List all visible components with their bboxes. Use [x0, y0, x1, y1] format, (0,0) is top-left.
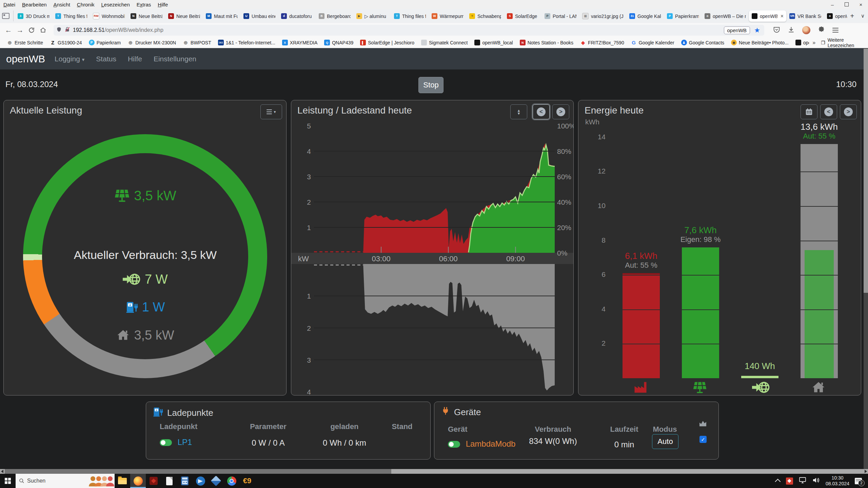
taskbar-app-virtualbox[interactable]	[208, 474, 224, 488]
bookmark-google-kalender[interactable]: GGoogle Kalender	[628, 40, 678, 45]
pocket-icon[interactable]	[773, 26, 780, 35]
openwb-brand[interactable]: openWB	[6, 53, 45, 65]
modus-auto-button[interactable]: Auto	[652, 434, 678, 449]
account-avatar[interactable]	[802, 26, 810, 34]
menu-extras[interactable]: Extras	[133, 2, 155, 7]
nav-logging[interactable]: Logging▾	[55, 55, 84, 63]
scroll-right-arrow[interactable]	[865, 470, 867, 473]
device-chart-checkbox[interactable]: ✓	[699, 436, 707, 443]
network-icon[interactable]	[798, 477, 807, 485]
nav-status[interactable]: Status	[96, 55, 116, 63]
maximize-button[interactable]	[840, 0, 854, 9]
forward-icon[interactable]: →	[14, 26, 26, 34]
tab-thing-files-fo[interactable]: TThing files fo	[53, 11, 90, 22]
url-text[interactable]: 192.168.2.51/openWB/web/index.php	[73, 27, 721, 33]
bookmark-drucker-mx-2300n[interactable]: ⊕Drucker MX-2300N	[124, 40, 179, 46]
bookmark-erste-schritte[interactable]: ⊕Erste Schritte	[3, 40, 46, 46]
tab-aluminu[interactable]: ▶▷ aluminu	[354, 11, 391, 22]
menu-hilfe[interactable]: Hilfe	[154, 2, 171, 7]
taskbar-app-lexware[interactable]	[146, 474, 161, 488]
tab-openwb-die-m[interactable]: oopenWB – Die m	[702, 11, 749, 22]
chart-next-button[interactable]: >	[552, 104, 569, 119]
bookmark-fritz-box-7590[interactable]: ◆FRITZ!Box_7590	[577, 40, 628, 46]
tray-app-icon[interactable]	[786, 477, 793, 485]
firefox-view-icon[interactable]	[2, 11, 14, 21]
tray-chevron-up-icon[interactable]	[775, 479, 781, 485]
back-icon[interactable]: ←	[3, 26, 14, 34]
menu-datei[interactable]: Datei	[0, 2, 19, 7]
tab-solaredge[interactable]: SSolarEdge |	[504, 11, 541, 22]
taskbar-app-document[interactable]	[161, 474, 177, 488]
bookmark-sigmatek-connect[interactable]: Sigmatek Connect	[418, 40, 471, 45]
bookmark-star-icon[interactable]: ★	[754, 26, 760, 34]
vertical-scrollbar[interactable]	[864, 48, 868, 469]
tab-schwabenp[interactable]: ☀Schwabenp	[467, 11, 504, 22]
minimize-button[interactable]: –	[825, 0, 840, 9]
tab-openwb[interactable]: openWB×	[749, 11, 786, 22]
tab-google-kale[interactable]: 31Google Kale	[627, 11, 664, 22]
bookmark-openwb-local[interactable]: openWB_local	[471, 40, 516, 45]
tab-vr-bank-sch[interactable]: VRVR Bank Sch	[787, 11, 824, 22]
new-tab-button[interactable]: +	[847, 11, 857, 21]
tab-3d-druck-mi[interactable]: 33D Druck mi	[15, 11, 52, 22]
nav-einstellungen[interactable]: Einstellungen	[154, 55, 196, 63]
bookmark-papierkram[interactable]: PPapierkram	[85, 40, 124, 45]
app-menu-hamburger-icon[interactable]	[832, 26, 839, 34]
menu-bearbeiten[interactable]: Bearbeiten	[19, 2, 50, 7]
geraet-row-name[interactable]: LambdaModb	[448, 439, 515, 449]
tab-papierkram[interactable]: PPapierkram	[664, 11, 702, 22]
tab-neue-beiträ[interactable]: NNeue Beiträ	[165, 11, 203, 22]
reload-icon[interactable]	[26, 27, 37, 34]
bookmark-gs1900-24[interactable]: ZGS1900-24	[46, 40, 85, 45]
tab-wärmepum[interactable]: WWärmepum	[429, 11, 466, 22]
more-bookmarks-folder[interactable]: ❐ Weitere Lesezeichen	[819, 37, 868, 48]
tray-clock[interactable]: 10:30 08.03.2024	[826, 475, 849, 487]
scrollbar-thumb[interactable]	[5, 469, 391, 474]
bookmark-neue-beiträge-photo[interactable]: ◉Neue Beiträge• Photo...	[728, 40, 792, 45]
tab-umbau-eine[interactable]: UUmbau eine	[241, 11, 278, 22]
start-button[interactable]	[0, 474, 16, 488]
taskbar-app-finance[interactable]: €9	[239, 474, 255, 488]
bookmark-google-contacts[interactable]: ♟Google Contacts	[678, 40, 728, 45]
url-bar[interactable]: 192.168.2.51/openWB/web/index.php openWB…	[54, 25, 764, 36]
horizontal-scrollbar[interactable]	[0, 469, 868, 474]
bookmark-notes-station-books[interactable]: NNotes Station - Books	[516, 40, 577, 45]
download-icon[interactable]	[788, 26, 795, 35]
scroll-left-arrow[interactable]	[1, 470, 3, 473]
energy-next-button[interactable]: >	[840, 104, 857, 119]
speaker-icon[interactable]	[812, 477, 820, 485]
tab-maut-mit-fu[interactable]: MMaut mit Fu	[203, 11, 240, 22]
taskbar-app-chrome[interactable]	[224, 474, 239, 488]
chart-prev-button[interactable]: <	[533, 104, 550, 119]
lp-row-name[interactable]: LP1	[160, 438, 192, 447]
scrollbar-thumb[interactable]	[864, 49, 868, 293]
tab-neue-beiträ[interactable]: NNeue Beiträ	[128, 11, 165, 22]
notification-icon[interactable]: 2	[855, 478, 862, 484]
energy-prev-button[interactable]: <	[820, 104, 837, 119]
tab-portal-lam[interactable]: PPortal - LAM	[542, 11, 579, 22]
menu-ansicht[interactable]: Ansicht	[50, 2, 74, 7]
bookmark-bwpost[interactable]: ⊕BWPOST	[179, 40, 215, 46]
nav-hilfe[interactable]: Hilfe	[128, 55, 142, 63]
gauge-menu-button[interactable]: ▾	[260, 104, 282, 119]
tab-close-icon[interactable]: ×	[780, 13, 784, 19]
tab-wohnmobil[interactable]: RMWohnmobil	[90, 11, 127, 22]
taskbar-app-thunderbird[interactable]	[193, 474, 208, 488]
chart-scale-button[interactable]: ▴▾	[510, 104, 527, 119]
shield-icon[interactable]	[56, 26, 62, 34]
bookmark-openwb-cloud[interactable]: openWB_Cloud	[792, 40, 809, 45]
tab-thing-files-f[interactable]: TThing files f	[391, 11, 429, 22]
menu-lesezeichen[interactable]: Lesezeichen	[98, 2, 133, 7]
taskbar-app-calculator[interactable]	[177, 474, 193, 488]
menu-chronik[interactable]: Chronik	[74, 2, 98, 7]
tab-bergeboard[interactable]: BBergeboard	[316, 11, 353, 22]
extensions-puzzle-icon[interactable]	[818, 26, 825, 35]
close-button[interactable]: ×	[854, 0, 868, 9]
bookmarks-overflow-chevron[interactable]: »	[809, 40, 819, 46]
tab-vario21gr-jpg-jp[interactable]: ▦vario21gr.jpg (JP	[579, 11, 626, 22]
stop-button[interactable]: Stop	[418, 77, 443, 93]
tab-ducatoforu[interactable]: dducatoforu	[278, 11, 316, 22]
bookmark-1-1-telefon-internet[interactable]: 1&11&1 - Telefon-Internet...	[215, 40, 279, 45]
taskbar-search-input[interactable]: Suchen	[16, 474, 115, 488]
bookmark-xraymedia[interactable]: XXRAYMEDIA	[279, 40, 321, 45]
